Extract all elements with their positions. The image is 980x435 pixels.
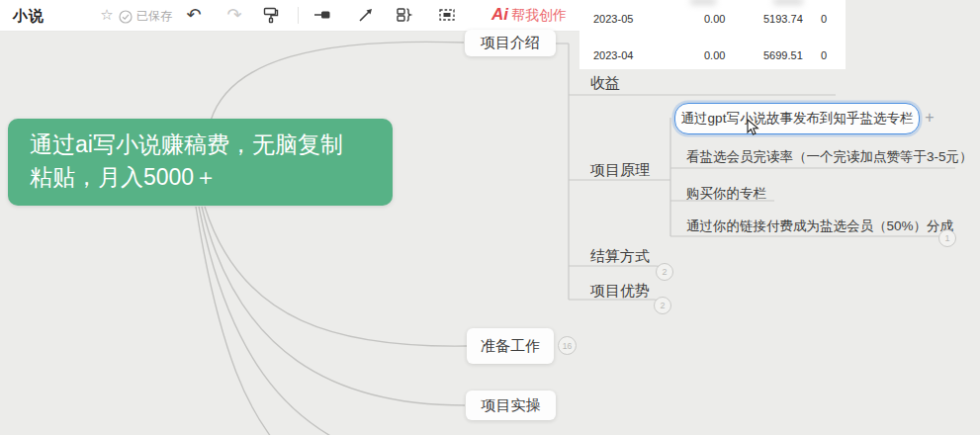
node-link-share[interactable]: 通过你的链接付费成为盐选会员（50%）分成 (686, 218, 953, 235)
root-topic-line2: 粘贴，月入5000＋ (30, 161, 382, 194)
cell-month: 2023-04 (593, 49, 633, 61)
blurred-strip (773, 0, 803, 5)
node-label: 看盐选会员完读率（一个完读加点赞等于3-5元） (686, 149, 973, 164)
node-gpt-publish-selected[interactable]: 通过gpt写小说故事发布到知乎盐选专栏 (674, 103, 920, 134)
curve-root-prep (205, 207, 467, 346)
frame-select-icon[interactable] (436, 4, 458, 26)
curve-root-offscreen-1 (199, 207, 332, 435)
node-principle[interactable]: 项目原理 (590, 161, 650, 180)
node-label: 准备工作 (481, 337, 540, 356)
collapse-badge-settlement[interactable]: 2 (656, 263, 673, 281)
node-label: 通过gpt写小说故事发布到知乎盐选专栏 (681, 110, 914, 128)
cell-count: 0 (821, 13, 827, 25)
mouse-cursor-icon (747, 119, 760, 140)
node-label: 购买你的专栏 (686, 186, 766, 201)
cell-amount: 0.00 (704, 49, 725, 61)
toolbar-divider (298, 7, 299, 24)
node-project-intro[interactable]: 项目介绍 (465, 30, 556, 56)
node-label: 项目优势 (590, 282, 650, 299)
node-label: 通过你的链接付费成为盐选会员（50%）分成 (686, 218, 953, 233)
collapse-badge-preparation[interactable]: 16 (558, 336, 577, 355)
node-label: 项目原理 (590, 161, 650, 178)
ai-create-label: 帮我创作 (511, 7, 567, 25)
ai-logo: Ai (491, 5, 508, 25)
relation-line-icon[interactable] (355, 4, 377, 26)
star-icon[interactable]: ☆ (96, 4, 118, 26)
cell-total: 5193.74 (763, 13, 803, 25)
curve-root-intro (211, 42, 464, 121)
root-topic-node[interactable]: 通过ai写小说赚稿费，无脑复制 粘贴，月入5000＋ (8, 119, 393, 206)
node-read-rate[interactable]: 看盐选会员完读率（一个完读加点赞等于3-5元） (686, 148, 973, 166)
curve-root-practice (202, 207, 465, 405)
node-label: 结算方式 (590, 247, 650, 264)
saved-status: 已保存 (119, 8, 172, 25)
table-row: 2023-05 0.00 5193.74 0 (579, 13, 846, 33)
cell-count: 0 (821, 49, 827, 61)
collapse-badge-advantages[interactable]: 2 (654, 297, 671, 314)
cell-amount: 0.00 (704, 13, 725, 25)
table-row: 2023-04 0.00 5699.51 0 (579, 49, 846, 69)
ai-create-button[interactable]: Ai 帮我创作 (491, 5, 567, 25)
root-topic-line1: 通过ai写小说赚稿费，无脑复制 (30, 129, 382, 161)
node-label: 项目实操 (482, 396, 541, 415)
format-painter-icon[interactable] (260, 4, 282, 26)
add-child-button[interactable]: + (921, 109, 938, 127)
undo-icon[interactable]: ↶ (183, 4, 205, 26)
node-settlement[interactable]: 结算方式 (590, 247, 650, 266)
curve-root-offscreen-2 (196, 207, 271, 435)
saved-check-icon (119, 10, 133, 24)
cell-total: 5699.51 (763, 49, 803, 61)
node-label: 收益 (590, 74, 620, 91)
saved-label: 已保存 (136, 8, 172, 25)
document-title: 小说 (13, 7, 45, 26)
revenue-table: 2023-05 0.00 5193.74 0 2023-04 0.00 5699… (579, 0, 846, 69)
outline-view-icon[interactable] (394, 4, 415, 26)
collapse-badge-link-share[interactable]: 1 (938, 229, 956, 247)
node-revenue[interactable]: 收益 (590, 74, 620, 93)
node-practice[interactable]: 项目实操 (466, 391, 556, 420)
redo-icon[interactable]: ↷ (223, 4, 245, 26)
node-buy-column[interactable]: 购买你的专栏 (686, 185, 766, 203)
blurred-strip (690, 0, 716, 5)
cell-month: 2023-05 (593, 13, 633, 25)
insert-topic-icon[interactable] (312, 4, 333, 26)
node-advantages[interactable]: 项目优势 (590, 282, 650, 301)
node-label: 项目介绍 (481, 34, 540, 52)
node-preparation[interactable]: 准备工作 (467, 328, 554, 364)
